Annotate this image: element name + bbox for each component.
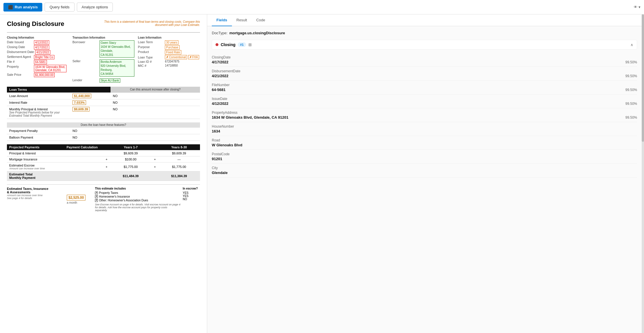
query-fields-button[interactable]: Query fields — [45, 3, 74, 12]
eye-icon: 👁 — [634, 5, 637, 9]
eye-toggle-button[interactable]: 👁 ▾ — [634, 5, 641, 9]
field-value: 64-5681 — [212, 88, 226, 92]
toolbar: ⬛ Run analysis Query fields Analyze opti… — [0, 0, 644, 14]
field-item: CityGlendale — [212, 164, 637, 177]
field-item: PropertyAddress1634 W Glenoaks Blvd, Gle… — [212, 108, 637, 122]
field-row: 4/12/202299.50% — [212, 101, 637, 106]
field-item: HouseNumber1634 — [212, 122, 637, 136]
field-label: DisbursementDate — [212, 69, 637, 73]
field-value: 91201 — [212, 157, 222, 161]
field-confidence: 99.50% — [625, 74, 637, 78]
run-analysis-button[interactable]: ⬛ Run analysis — [3, 3, 42, 12]
status-dot — [216, 43, 218, 46]
field-confidence: 99.50% — [625, 60, 637, 64]
field-label: FileNumber — [212, 83, 637, 87]
section-header: Closing #1 ⊞ ∧ — [212, 40, 637, 50]
transaction-info-section: Transaction Information Borrower Gwen St… — [73, 36, 135, 83]
document-panel: Closing Disclosure This form is a statem… — [0, 14, 207, 333]
field-item: FileNumber64-568199.50% — [212, 81, 637, 94]
fields-tabs: Fields Result Code — [207, 14, 642, 26]
loan-info-section: Loan Information Loan Term30 years Purpo… — [138, 36, 200, 83]
tab-code[interactable]: Code — [251, 14, 270, 26]
field-label: City — [212, 166, 637, 170]
field-value: W Glenoaks Blvd — [212, 143, 242, 147]
doc-subtitle: This form is a statement of final loan t… — [96, 20, 200, 27]
field-confidence: 99.50% — [625, 88, 637, 92]
field-item: DisbursementDate4/21/202299.50% — [212, 67, 637, 81]
field-confidence: 99.50% — [625, 116, 637, 120]
field-item: ClosingDate4/17/202299.50% — [212, 53, 637, 67]
analyze-options-button[interactable]: Analyze options — [77, 3, 113, 12]
field-label: HouseNumber — [212, 124, 637, 128]
tab-result[interactable]: Result — [232, 14, 252, 26]
taxes-value: $2,525.00 — [67, 195, 85, 200]
closing-info-section: Closing Information Date Issued4/12/2022… — [7, 36, 69, 83]
loan-terms-table: Loan Terms Can this amount increase afte… — [7, 87, 200, 119]
field-label: PostalCode — [212, 152, 637, 156]
field-label: Road — [212, 138, 637, 142]
section-badge: #1 — [238, 42, 246, 47]
field-value: 1634 — [212, 129, 220, 133]
field-value: 1634 W Glenoaks Blvd, Glendale, CA 91201 — [212, 115, 288, 120]
field-row: 1634 — [212, 129, 637, 133]
scrollbar[interactable] — [642, 14, 644, 333]
doctype-row: DocType: mortgage.us.closingDisclosure — [212, 31, 637, 35]
projected-payments-table: Projected Payments Payment Calculation Y… — [7, 144, 200, 181]
field-item: PostalCode91201 — [212, 150, 637, 164]
field-row: 4/17/202299.50% — [212, 60, 637, 64]
scrollbar-thumb — [642, 14, 644, 142]
taxes-section: Estimated Taxes, Insurance& Assessments … — [7, 184, 200, 212]
field-row: W Glenoaks Blvd — [212, 143, 637, 147]
field-item: RoadW Glenoaks Blvd — [212, 136, 637, 150]
field-item: IssueDate4/12/202299.50% — [212, 94, 637, 108]
document-title: Closing Disclosure — [7, 20, 64, 28]
field-value: 4/12/2022 — [212, 101, 228, 106]
tab-fields[interactable]: Fields — [212, 14, 232, 26]
field-row: 1634 W Glenoaks Blvd, Glendale, CA 91201… — [212, 115, 637, 120]
field-row: 64-568199.50% — [212, 88, 637, 92]
chevron-up-icon[interactable]: ∧ — [630, 43, 633, 47]
fields-content: DocType: mortgage.us.closingDisclosure C… — [207, 26, 642, 333]
fields-panel: Fields Result Code DocType: mortgage.us.… — [207, 14, 642, 333]
field-value: 4/17/2022 — [212, 60, 228, 64]
field-label: IssueDate — [212, 97, 637, 101]
field-label: ClosingDate — [212, 55, 637, 59]
doctype-value: mortgage.us.closingDisclosure — [229, 31, 285, 35]
section-title: Closing — [221, 42, 235, 47]
field-label: PropertyAddress — [212, 111, 637, 115]
features-table: Does the loan have these features? Prepa… — [7, 122, 200, 141]
main-layout: Closing Disclosure This form is a statem… — [0, 14, 644, 333]
field-confidence: 99.50% — [625, 102, 637, 106]
fields-list: ClosingDate4/17/202299.50%DisbursementDa… — [212, 53, 637, 177]
field-row: 91201 — [212, 157, 637, 161]
field-value: Glendale — [212, 171, 228, 175]
field-value: 4/21/2022 — [212, 74, 228, 78]
grid-icon[interactable]: ⊞ — [248, 42, 252, 47]
field-row: Glendale — [212, 171, 637, 175]
doctype-label: DocType: — [212, 31, 228, 35]
chart-icon: ⬛ — [8, 5, 13, 10]
field-row: 4/21/202299.50% — [212, 74, 637, 78]
fields-panel-wrapper: Fields Result Code DocType: mortgage.us.… — [207, 14, 644, 333]
chevron-down-icon: ▾ — [639, 5, 641, 9]
